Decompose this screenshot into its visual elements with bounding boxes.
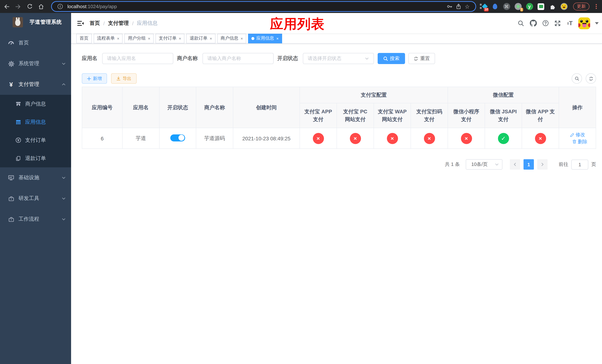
- search-button[interactable]: 搜索: [378, 53, 405, 64]
- sidebar-item-dev-tools[interactable]: 研发工具: [0, 188, 71, 209]
- chevron-down-icon: [62, 196, 66, 201]
- sidebar-item-workflow[interactable]: 工作流程: [0, 209, 71, 230]
- export-button[interactable]: 导出: [111, 73, 137, 84]
- tab-process-form[interactable]: 流程表单×: [94, 33, 123, 43]
- tags-view: 首页 流程表单× 用户分组× 支付订单× 退款订单× 商户信息× 应用信息×: [71, 33, 602, 44]
- goto-page-input[interactable]: 1: [571, 160, 588, 169]
- share-icon[interactable]: [454, 2, 463, 11]
- chrome-menu-icon[interactable]: [593, 3, 599, 10]
- font-size-icon[interactable]: тT: [566, 20, 573, 27]
- sidebar-item-app-info[interactable]: 应用信息: [0, 113, 71, 131]
- page-number-current[interactable]: 1: [524, 159, 534, 170]
- sidebar-item-merchant-info[interactable]: 商户信息: [0, 95, 71, 113]
- sidebar-toggle-icon[interactable]: [71, 20, 90, 27]
- close-icon[interactable]: ×: [210, 36, 212, 41]
- close-icon[interactable]: ×: [241, 36, 243, 41]
- refresh-table-button[interactable]: [586, 73, 596, 84]
- sidebar-item-home[interactable]: 首页: [0, 32, 71, 53]
- breadcrumb-home[interactable]: 首页: [90, 20, 100, 26]
- status-toggle[interactable]: [170, 134, 185, 141]
- copy-document-icon: [14, 155, 22, 161]
- toggle-search-button[interactable]: [572, 73, 582, 84]
- user-avatar[interactable]: [578, 17, 590, 29]
- delete-button[interactable]: 删除: [572, 138, 587, 145]
- col-header-created: 创建时间: [233, 87, 300, 128]
- back-icon[interactable]: [2, 2, 11, 11]
- sidebar-menu: 首页 系统管理 ¥ 支付管理: [0, 32, 71, 230]
- chevron-down-icon: [62, 175, 66, 180]
- sidebar-item-infrastructure[interactable]: 基础设施: [0, 167, 71, 188]
- sidebar-item-system[interactable]: 系统管理: [0, 53, 71, 74]
- close-icon[interactable]: ×: [148, 36, 150, 41]
- app-name-input[interactable]: 请输入应用名: [102, 53, 173, 64]
- screen: localhost:1024/pay/app ☆ 10 ⌘ 1: [0, 0, 602, 364]
- sidebar-item-refund-orders[interactable]: 退款订单: [0, 149, 71, 167]
- refresh-icon: [589, 76, 593, 81]
- col-header-wechat-app: 微信 APP 支付: [522, 103, 559, 128]
- tab-app-info[interactable]: 应用信息×: [248, 33, 282, 43]
- site-info-icon[interactable]: [55, 2, 64, 11]
- browser-toolbar: localhost:1024/pay/app ☆ 10 ⌘ 1: [0, 0, 602, 13]
- extension-recorder-icon[interactable]: 1: [514, 3, 522, 10]
- breadcrumb-payment[interactable]: 支付管理: [108, 20, 129, 26]
- search-icon: [574, 76, 579, 81]
- search-icon[interactable]: [517, 20, 525, 27]
- extensions-puzzle-icon[interactable]: [549, 3, 556, 10]
- col-header-status: 开启状态: [159, 87, 196, 128]
- bookmark-star-icon[interactable]: ☆: [463, 2, 472, 11]
- avatar-caret-icon[interactable]: [595, 22, 599, 24]
- gear-icon: [7, 61, 16, 67]
- extension-y-icon[interactable]: y: [526, 3, 533, 10]
- status-label: 开启状态: [277, 55, 298, 62]
- url-text[interactable]: localhost:1024/pay/app: [67, 4, 445, 9]
- extension-command-icon[interactable]: ⌘: [503, 3, 510, 10]
- col-header-merchant: 商户名称: [196, 87, 233, 128]
- tab-home[interactable]: 首页: [76, 33, 92, 43]
- reload-icon[interactable]: [25, 2, 34, 11]
- tab-refund-orders[interactable]: 退款订单×: [186, 33, 215, 43]
- password-key-icon[interactable]: [445, 2, 454, 11]
- tab-pay-orders[interactable]: 支付订单×: [155, 33, 184, 43]
- close-icon[interactable]: ×: [179, 36, 181, 41]
- close-icon[interactable]: ×: [276, 36, 279, 41]
- extension-chat-icon[interactable]: [537, 3, 545, 10]
- app-logo[interactable]: 芋道管理系统: [0, 13, 71, 32]
- close-icon[interactable]: ×: [117, 36, 119, 41]
- profile-avatar-icon[interactable]: [560, 3, 568, 10]
- goto-unit-label: 页: [591, 161, 596, 168]
- chrome-update-button[interactable]: 更新: [573, 3, 589, 10]
- total-count: 共 1 条: [445, 161, 460, 168]
- merchant-name-label: 商户名称: [177, 55, 198, 62]
- prev-page-button[interactable]: [510, 159, 520, 170]
- chevron-down-icon: [495, 162, 499, 167]
- cell-status: [159, 128, 196, 149]
- col-header-alipay-app: 支付宝 APP 支付: [300, 103, 337, 128]
- add-button[interactable]: 新增: [82, 73, 107, 84]
- chevron-up-icon: [62, 82, 66, 87]
- sidebar-item-payment[interactable]: ¥ 支付管理: [0, 74, 71, 95]
- chevron-down-icon: [62, 217, 66, 221]
- next-page-button[interactable]: [537, 159, 548, 170]
- url-bar[interactable]: localhost:1024/pay/app ☆: [51, 1, 476, 12]
- extension-badge: 10: [484, 8, 489, 11]
- sidebar-item-pay-orders[interactable]: 支付订单: [0, 131, 71, 149]
- search-form: 应用名 请输入应用名 商户名称 请输入商户名称 开启状态 请选择开启状态 搜索: [82, 53, 596, 64]
- merchant-name-input[interactable]: 请输入商户名称: [203, 53, 274, 64]
- fullscreen-icon[interactable]: [554, 20, 561, 27]
- home-icon[interactable]: [36, 2, 46, 11]
- chevron-down-icon: [365, 56, 369, 61]
- page-size-select[interactable]: 10条/页: [466, 159, 502, 170]
- status-select[interactable]: 请选择开启状态: [303, 53, 374, 64]
- extension-badge: 1: [520, 8, 523, 11]
- toolbox-icon: [7, 195, 16, 202]
- extension-kanban-icon[interactable]: 10: [480, 3, 487, 10]
- tab-merchant-info[interactable]: 商户信息×: [217, 33, 246, 43]
- tab-user-group[interactable]: 用户分组×: [125, 33, 154, 43]
- extension-balloon-icon[interactable]: [491, 3, 499, 10]
- reset-button[interactable]: 重置: [408, 53, 435, 64]
- github-icon[interactable]: [529, 20, 537, 27]
- help-icon[interactable]: [542, 20, 549, 27]
- edit-button[interactable]: 修改: [570, 131, 585, 138]
- forward-icon[interactable]: [13, 2, 23, 11]
- cell-created: 2021-10-23 08:49:25: [233, 128, 300, 149]
